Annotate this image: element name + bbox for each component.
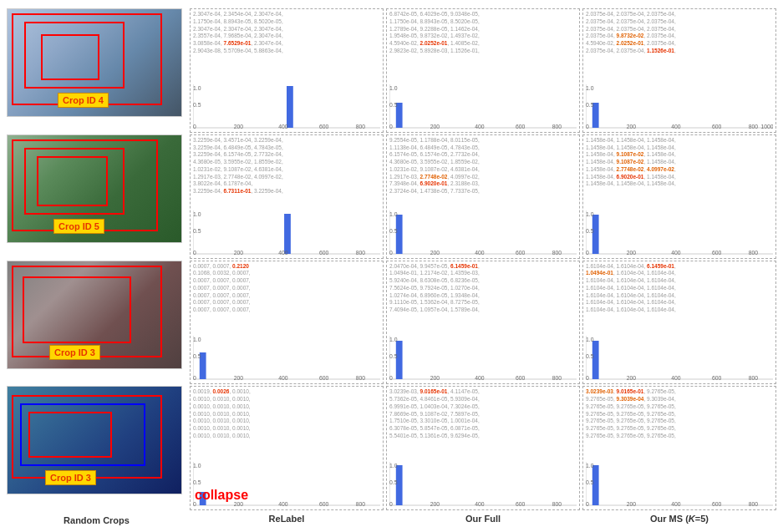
svg-text:600: 600 bbox=[712, 501, 722, 507]
image-row2: Crop ID 5 bbox=[7, 134, 182, 243]
svg-text:0.5: 0.5 bbox=[193, 479, 201, 485]
svg-text:0.5: 0.5 bbox=[586, 479, 594, 485]
chart-text-3-2: 2.0470e-04, 9.9457e-05, 6.1459e-01, 1.04… bbox=[389, 263, 577, 337]
col-headers: ReLabel Our Full Our MS (K=5) bbox=[190, 512, 776, 525]
svg-text:800: 800 bbox=[552, 249, 562, 255]
svg-rect-83 bbox=[592, 341, 599, 379]
bottom-label: Random Crops bbox=[7, 515, 186, 525]
svg-text:1.0: 1.0 bbox=[586, 210, 594, 216]
svg-text:1.0: 1.0 bbox=[586, 463, 594, 469]
svg-text:800: 800 bbox=[356, 249, 366, 255]
svg-text:400: 400 bbox=[278, 249, 288, 255]
svg-text:600: 600 bbox=[319, 249, 329, 255]
chart-row-4: 0.0019, 0.0026, 0.0010, 0.0010, 0.0010, … bbox=[190, 386, 776, 510]
svg-text:400: 400 bbox=[671, 375, 681, 381]
svg-text:0.5: 0.5 bbox=[193, 353, 201, 359]
chart-svg-2-2: 0 200 400 600 800 1.0 0.5 bbox=[389, 210, 577, 256]
svg-text:0.5: 0.5 bbox=[389, 479, 398, 485]
svg-text:0.5: 0.5 bbox=[586, 353, 594, 359]
chart-text-1-3: 2.0375e-04, 2.0375e-04, 2.0375e-04, 2.03… bbox=[586, 11, 773, 84]
svg-text:1.0: 1.0 bbox=[193, 85, 201, 91]
chart-cell-2-1: 3.2259e-04, 3.4571e-04, 3.2259e-04, 3.22… bbox=[190, 134, 384, 259]
svg-text:800: 800 bbox=[749, 124, 759, 129]
svg-text:600: 600 bbox=[319, 375, 329, 381]
svg-text:0.5: 0.5 bbox=[586, 227, 594, 233]
svg-text:0: 0 bbox=[586, 375, 589, 381]
svg-text:800: 800 bbox=[356, 501, 366, 507]
svg-text:400: 400 bbox=[475, 375, 485, 381]
svg-text:600: 600 bbox=[516, 124, 526, 129]
col-header-ourfull: Our Full bbox=[386, 512, 580, 525]
chart-cell-4-3: 3.0239e-03, 9.0165e-01, 9.2765e-05, 9.27… bbox=[582, 386, 776, 510]
svg-text:800: 800 bbox=[552, 501, 562, 507]
svg-text:200: 200 bbox=[627, 124, 637, 129]
svg-rect-53 bbox=[592, 215, 599, 254]
svg-text:600: 600 bbox=[712, 249, 722, 255]
svg-text:0: 0 bbox=[193, 375, 196, 381]
chart-row-1: 2.3047e-04, 2.3454e-04, 2.3047e-04, 1.17… bbox=[190, 8, 776, 133]
chart-svg-4-2: 0 200 400 600 800 1.0 0.5 bbox=[389, 462, 577, 508]
svg-text:200: 200 bbox=[234, 124, 244, 129]
image-cell-row1: Crop ID 4 bbox=[7, 8, 186, 133]
svg-rect-73 bbox=[396, 341, 403, 379]
chart-svg-2-1: 0 200 400 600 800 1.0 0.5 bbox=[193, 210, 380, 256]
svg-rect-33 bbox=[284, 214, 291, 254]
crop-label-row4: Crop ID 3 bbox=[45, 470, 96, 485]
chart-text-4-2: 3.0239e-03, 9.0165e-01, 4.1147e-05, 5.73… bbox=[389, 388, 577, 462]
crop-label-row3: Crop ID 3 bbox=[49, 345, 100, 360]
svg-text:0: 0 bbox=[586, 124, 589, 129]
image-row3: Crop ID 3 bbox=[7, 261, 182, 369]
chart-svg-1-2: 0 200 400 600 800 1.0 0.5 bbox=[389, 84, 577, 130]
svg-text:0: 0 bbox=[389, 375, 393, 381]
svg-text:1.0: 1.0 bbox=[389, 85, 398, 91]
svg-text:400: 400 bbox=[671, 249, 681, 255]
svg-text:800: 800 bbox=[749, 501, 759, 507]
svg-text:0: 0 bbox=[193, 249, 196, 255]
chart-cell-1-2: 6.8742e-05, 6.4029e-05, 9.0348e-05, 1.17… bbox=[386, 8, 580, 133]
svg-text:600: 600 bbox=[712, 124, 722, 129]
svg-text:800: 800 bbox=[552, 375, 562, 381]
main-container: Crop ID 4 Crop ID 5 Crop ID 3 bbox=[0, 0, 783, 532]
svg-text:200: 200 bbox=[234, 375, 244, 381]
svg-text:800: 800 bbox=[356, 375, 366, 381]
chart-cell-3-2: 2.0470e-04, 9.9457e-05, 6.1459e-01, 1.04… bbox=[386, 261, 580, 385]
chart-svg-1-3: 0 200 400 600 800 1000 1.0 0.5 bbox=[586, 84, 773, 130]
image-cell-row4: Crop ID 3 bbox=[7, 386, 186, 510]
col-header-ourms: Our MS (K=5) bbox=[582, 512, 776, 525]
chart-svg-2-3: 0 200 400 600 800 1.0 0.5 bbox=[586, 210, 773, 256]
red-box-inner-3 bbox=[23, 276, 131, 343]
svg-text:200: 200 bbox=[627, 375, 637, 381]
svg-text:400: 400 bbox=[278, 501, 288, 507]
svg-text:200: 200 bbox=[234, 249, 244, 255]
chart-text-3-1: 0.0007, 0.0007, 0.2120 0.1068, 0.0032, 0… bbox=[193, 263, 380, 337]
svg-text:0.5: 0.5 bbox=[586, 102, 594, 108]
red-box-inner-4 bbox=[28, 412, 112, 458]
charts-area: 2.3047e-04, 2.3454e-04, 2.3047e-04, 1.17… bbox=[190, 8, 776, 525]
svg-text:200: 200 bbox=[627, 501, 637, 507]
chart-svg-1-1: 0 200 400 600 800 1.0 0.5 bbox=[193, 84, 380, 130]
svg-text:600: 600 bbox=[319, 124, 329, 129]
svg-text:600: 600 bbox=[516, 501, 526, 507]
chart-text-1-2: 6.8742e-05, 6.4029e-05, 9.0348e-05, 1.17… bbox=[389, 11, 577, 84]
chart-svg-3-2: 0 200 400 600 800 1.0 0.5 bbox=[389, 336, 577, 382]
svg-text:0.5: 0.5 bbox=[389, 102, 398, 108]
red-box-inner2-1 bbox=[41, 34, 99, 80]
svg-text:0: 0 bbox=[586, 249, 589, 255]
chart-cell-3-3: 1.6104e-04, 1.6104e-04, 6.1459e-01, 1.04… bbox=[582, 261, 776, 385]
svg-text:0.5: 0.5 bbox=[193, 102, 201, 108]
svg-text:200: 200 bbox=[627, 249, 637, 255]
svg-text:400: 400 bbox=[671, 501, 681, 507]
svg-text:0.5: 0.5 bbox=[389, 353, 398, 359]
chart-cell-4-2: 3.0239e-03, 9.0165e-01, 4.1147e-05, 5.73… bbox=[386, 386, 580, 510]
chart-row-3: 0.0007, 0.0007, 0.2120 0.1068, 0.0032, 0… bbox=[190, 261, 776, 385]
svg-text:800: 800 bbox=[356, 124, 366, 129]
chart-cell-2-3: 1.1458e-04, 1.1458e-04, 1.1458e-04, 1.14… bbox=[582, 134, 776, 259]
chart-cell-2-2: 9.2554e-05, 1.1788e-04, 8.0115e-05, 1.11… bbox=[386, 134, 580, 259]
svg-text:0: 0 bbox=[193, 124, 196, 129]
svg-text:400: 400 bbox=[475, 249, 485, 255]
collapse-text: collapse bbox=[195, 488, 248, 503]
image-cell-row2: Crop ID 5 bbox=[7, 134, 186, 259]
image-row1: Crop ID 4 bbox=[7, 8, 182, 117]
svg-text:1.0: 1.0 bbox=[389, 210, 398, 216]
svg-rect-2 bbox=[287, 86, 293, 128]
